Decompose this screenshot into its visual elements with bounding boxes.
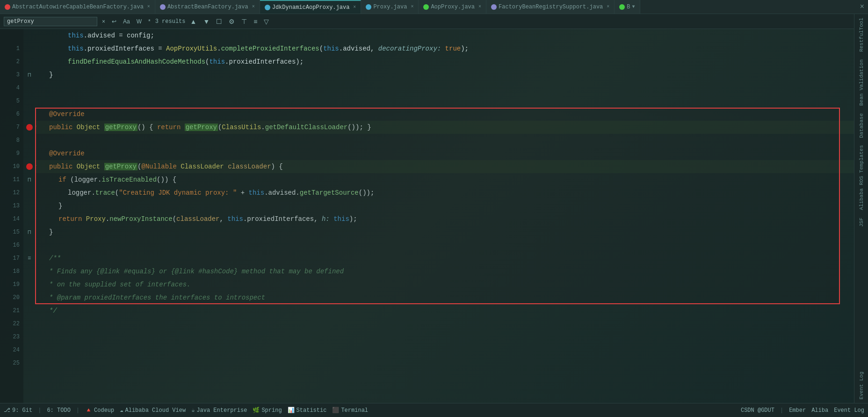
code-line-12: logger.trace("Creating JDK dynamic proxy… [35, 186, 854, 199]
sidebar-item-restfultool[interactable]: RestfulTool [858, 14, 865, 56]
status-git[interactable]: ⎇ 9: Git [4, 407, 32, 414]
sidebar-item-eventlog[interactable]: Event Log [858, 368, 865, 403]
search-funnel-btn[interactable]: ▽ [262, 17, 271, 26]
ln-16: 16 [0, 239, 23, 252]
tab-label-7: B [627, 4, 630, 10]
java-icon: ☕ [191, 407, 195, 414]
code-line-3: } [35, 68, 854, 81]
code-line-8 [35, 134, 854, 147]
status-spring[interactable]: 🌿 Spring [253, 407, 282, 414]
terminal-icon: ⬛ [332, 407, 339, 414]
ln-8: 8 [0, 134, 23, 147]
status-codeup[interactable]: 🔺 Codeup [85, 407, 114, 414]
code-line-18: * Finds any {@link #equals} or {@link #h… [35, 265, 854, 278]
ln-19: 19 [0, 278, 23, 291]
search-word-btn[interactable]: W [135, 17, 144, 26]
status-ember[interactable]: Ember [789, 407, 806, 414]
code-line-14: return Proxy.newProxyInstance(classLoade… [35, 212, 854, 226]
tab-b[interactable]: B ▼ [615, 0, 640, 14]
search-bar: × ↩ Aa W * 3 results ▲ ▼ ☐ ⚙ ⊤ ≡ ▽ [0, 14, 868, 29]
ln-3: 3 [0, 68, 23, 81]
tab-icon-1 [5, 4, 10, 10]
search-input[interactable] [4, 17, 97, 26]
sidebar-item-database[interactable]: Database [858, 110, 865, 142]
shield-icon-3: ⊓ [28, 72, 31, 79]
tab-close-3[interactable]: × [353, 5, 356, 10]
code-line-1: this.proxiedInterfaces = AopProxyUtils.c… [35, 42, 854, 55]
tab-close-4[interactable]: × [411, 4, 413, 9]
shield-icon-11: ⊓ [28, 176, 31, 183]
search-match-case-btn[interactable]: Aa [121, 17, 132, 26]
search-regex-btn[interactable]: * [146, 17, 152, 26]
search-filter-btn[interactable]: ⊤ [239, 17, 249, 26]
status-cloud-view[interactable]: ☁ Alibaba Cloud View [120, 407, 186, 414]
code-content[interactable]: this.advised = config; this.proxiedInter… [35, 29, 854, 403]
tab-factorybean[interactable]: FactoryBeanRegistrySupport.java × [486, 0, 615, 14]
tab-close-6[interactable]: × [607, 4, 609, 9]
statistic-icon: 📊 [288, 407, 295, 414]
editor-close-btn[interactable]: × [856, 0, 868, 14]
tab-icon-3 [265, 5, 270, 10]
sidebar-item-jsf[interactable]: JSF [858, 214, 865, 231]
status-csdn[interactable]: CSDN @GDUT [741, 407, 774, 414]
execution-arrow-10: ↑ [34, 163, 37, 170]
status-aliba[interactable]: Aliba [811, 407, 828, 414]
status-terminal[interactable]: ⬛ Terminal [332, 407, 368, 414]
tab-jdkdynamic[interactable]: JdkDynamicAopProxy.java × [260, 0, 362, 14]
sidebar-item-beanvalidation[interactable]: Bean Validation [858, 56, 865, 110]
code-line-17: /** [35, 252, 854, 265]
ln-14: 14 [0, 212, 23, 226]
code-line-7: public Object getProxy() { return getPro… [35, 121, 854, 134]
list-icon-17: ≡ [28, 255, 31, 262]
ln-0 [0, 29, 23, 42]
status-todo[interactable]: 6: TODO [47, 407, 70, 414]
tab-label-6: FactoryBeanRegistrySupport.java [499, 4, 603, 10]
tab-close-5[interactable]: × [478, 4, 481, 9]
status-java-enterprise[interactable]: ☕ Java Enterprise [191, 407, 247, 414]
search-prev-btn[interactable]: ↩ [110, 17, 118, 26]
code-line-10: public Object getProxy(@Nullable ClassLo… [35, 160, 854, 173]
search-filter2-btn[interactable]: ≡ [252, 17, 259, 26]
gutter: ↑ ↑ ⊓ ⊓ ⊓ ≡ [23, 29, 35, 403]
code-line-21: */ [35, 304, 854, 317]
search-clear-btn[interactable]: × [100, 17, 107, 26]
tab-abstractautowire[interactable]: AbstractAutowireCapableBeanFactory.java … [0, 0, 155, 14]
ln-24: 24 [0, 344, 23, 357]
tab-aopproxy[interactable]: AopProxy.java × [419, 0, 486, 14]
ln-9: 9 [0, 147, 23, 160]
git-icon: ⎇ [4, 407, 10, 414]
ln-1: 1 [0, 42, 23, 55]
code-line-19: * on the supplied set of interfaces. [35, 278, 854, 291]
tab-proxy[interactable]: Proxy.java × [361, 0, 419, 14]
ln-6: 6 [0, 108, 23, 121]
search-expand-btn[interactable]: ☐ [214, 17, 224, 26]
ln-4: 4 [0, 81, 23, 95]
ln-25: 25 [0, 357, 23, 370]
tab-icon-6 [491, 4, 497, 10]
tab-bar: AbstractAutowireCapableBeanFactory.java … [0, 0, 868, 14]
ln-12: 12 [0, 186, 23, 199]
ln-2: 2 [0, 55, 23, 68]
right-sidebar: RestfulTool Bean Validation Database Ali… [854, 14, 868, 403]
tab-abstractbean[interactable]: AbstractBeanFactory.java × [155, 0, 260, 14]
tab-close-1[interactable]: × [147, 4, 150, 9]
tab-icon-5 [423, 4, 429, 10]
ln-5: 5 [0, 95, 23, 108]
code-line-15: } [35, 226, 854, 239]
status-eventlog[interactable]: Event Log [834, 407, 864, 414]
sidebar-item-alibaba-ros[interactable]: Alibaba ROS Templates [858, 141, 865, 214]
search-up-btn[interactable]: ▲ [188, 17, 199, 26]
tab-dropdown-7[interactable]: ▼ [632, 4, 635, 9]
tab-close-2[interactable]: × [252, 4, 255, 9]
ln-21: 21 [0, 304, 23, 317]
status-bar: ⎇ 9: Git | 6: TODO | 🔺 Codeup ☁ Alibaba … [0, 403, 868, 417]
code-line-13: } [35, 199, 854, 212]
gutter-shield-15: ⊓ [23, 226, 35, 239]
ln-7: 7 [0, 121, 23, 134]
search-settings-btn[interactable]: ⚙ [227, 17, 237, 26]
gutter-list-17: ≡ [23, 252, 35, 265]
code-area: 1 2 3 4 5 6 7 8 9 10 11 12 13 14 15 16 1… [0, 29, 854, 403]
status-statistic[interactable]: 📊 Statistic [288, 407, 327, 414]
tab-icon-7 [619, 4, 625, 10]
search-down-btn[interactable]: ▼ [201, 17, 211, 26]
